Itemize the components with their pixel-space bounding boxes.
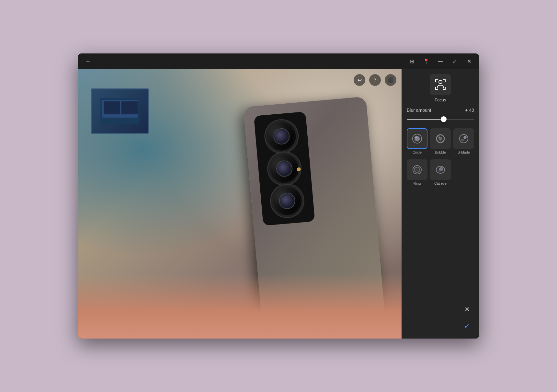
cancel-button[interactable]: ✕	[460, 302, 474, 317]
bokeh-item-cateye[interactable]: Cat eye	[430, 159, 451, 185]
minimize-icon: —	[438, 58, 443, 64]
photo-toolbar: ↩ ? ⬛	[354, 74, 396, 86]
main-window: ← ⊞ 📍 — ⤢ ✕	[78, 53, 479, 339]
blur-header: Blur amount + 40	[407, 108, 474, 113]
mask-icon: ⬛	[387, 77, 394, 83]
confirm-icon: ✓	[464, 322, 470, 330]
blur-amount-label: Blur amount	[407, 108, 431, 113]
hand-overlay	[78, 274, 402, 339]
slider-thumb[interactable]	[441, 116, 447, 122]
slider-fill	[407, 119, 444, 120]
photo-area: ↩ ? ⬛	[78, 69, 402, 339]
svg-rect-6	[435, 79, 436, 82]
close-icon: ✕	[467, 58, 471, 64]
bokeh-item-bubble[interactable]: Bubble	[430, 128, 451, 154]
bokeh-sblade-box	[453, 128, 474, 149]
background-monitor	[91, 88, 149, 134]
photo-background: ↩ ? ⬛	[78, 69, 402, 339]
bokeh-item-circle[interactable]: Circle	[407, 128, 427, 154]
blur-value: + 40	[465, 108, 474, 113]
svg-point-4	[439, 80, 442, 84]
titlebar: ← ⊞ 📍 — ⤢ ✕	[78, 53, 479, 69]
close-button[interactable]: ✕	[464, 56, 474, 66]
help-icon: ?	[374, 77, 377, 83]
svg-point-15	[415, 136, 417, 138]
bokeh-bubble-box	[430, 128, 451, 149]
action-buttons: ✕ ✓	[407, 302, 474, 333]
minimize-button[interactable]: —	[435, 56, 446, 66]
back-icon: ←	[85, 58, 91, 64]
confirm-button[interactable]: ✓	[460, 319, 474, 333]
camera-lens-top	[264, 119, 299, 154]
bokeh-shapes-bottom-row: Ring Cat eye	[407, 159, 474, 185]
svg-rect-8	[445, 79, 446, 82]
svg-rect-12	[445, 87, 446, 90]
bokeh-cateye-label: Cat eye	[434, 181, 447, 185]
help-button[interactable]: ?	[369, 74, 381, 86]
screenshot-icon: ⊞	[410, 58, 414, 64]
undo-button[interactable]: ↩	[354, 74, 365, 86]
svg-point-19	[460, 134, 468, 143]
svg-rect-10	[435, 89, 438, 90]
maximize-icon: ⤢	[453, 58, 457, 64]
bokeh-circle-box	[407, 128, 427, 149]
blur-section: Blur amount + 40	[407, 108, 474, 123]
bokeh-item-ring[interactable]: Ring	[407, 159, 427, 185]
pin-icon: 📍	[423, 58, 429, 64]
svg-point-18	[438, 136, 440, 138]
camera-module	[254, 111, 315, 226]
bokeh-bubble-label: Bubble	[435, 150, 446, 154]
bokeh-item-sblade[interactable]: S-blade	[453, 128, 474, 154]
cancel-icon: ✕	[464, 306, 470, 313]
bokeh-shapes-top-row: Circle Bubble	[407, 128, 474, 154]
blur-slider[interactable]	[407, 115, 474, 123]
bokeh-empty-slot	[453, 159, 474, 185]
bokeh-sblade-label: S-blade	[458, 150, 470, 154]
maximize-button[interactable]: ⤢	[449, 56, 460, 66]
svg-rect-3	[121, 101, 138, 114]
slider-track	[407, 119, 474, 120]
bokeh-ring-box	[407, 159, 427, 180]
camera-lens-bottom	[270, 183, 305, 218]
back-button[interactable]: ←	[83, 56, 93, 66]
focus-person-icon	[435, 79, 446, 90]
bokeh-cateye-icon	[435, 164, 446, 176]
bokeh-cateye-box	[430, 159, 451, 180]
titlebar-right: ⊞ 📍 — ⤢ ✕	[407, 56, 474, 66]
content-area: ↩ ? ⬛	[78, 69, 479, 339]
undo-icon: ↩	[358, 77, 362, 83]
focus-icon-box	[430, 74, 451, 95]
screenshot-button[interactable]: ⊞	[407, 56, 417, 66]
svg-rect-2	[104, 101, 120, 114]
focus-tool: Focus	[407, 74, 474, 102]
svg-point-21	[460, 138, 465, 142]
titlebar-left: ←	[83, 56, 93, 66]
bokeh-sblade-icon	[458, 133, 470, 144]
bokeh-circle-label: Circle	[413, 150, 422, 154]
pin-button[interactable]: 📍	[421, 56, 431, 66]
mask-button[interactable]: ⬛	[385, 74, 396, 86]
svg-point-24	[416, 168, 418, 171]
bokeh-bubble-icon	[435, 133, 446, 144]
right-panel: Focus Blur amount + 40	[402, 69, 479, 339]
bokeh-ring-icon	[411, 164, 423, 176]
svg-point-20	[463, 135, 467, 139]
focus-label: Focus	[435, 98, 446, 102]
bokeh-ring-label: Ring	[414, 181, 421, 185]
bokeh-circle-icon	[411, 133, 423, 144]
